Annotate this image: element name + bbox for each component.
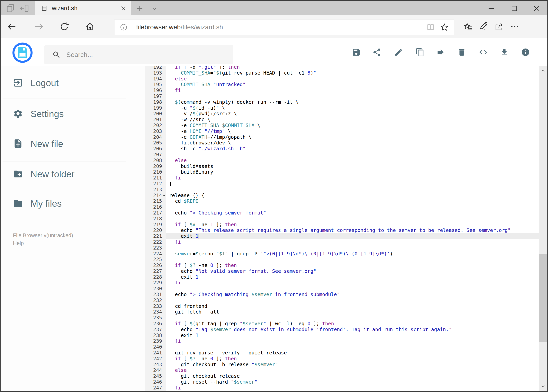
code-line-204[interactable]: 204 -e GOPATH=//tmp/gopath \ xyxy=(145,134,539,140)
scrollbar-thumb[interactable] xyxy=(539,254,547,342)
info-button[interactable] xyxy=(519,45,533,59)
code-line-196[interactable]: 196 fi xyxy=(145,87,539,93)
browser-tab[interactable]: wizard.sh xyxy=(35,1,131,15)
tab-list-chevron-icon[interactable] xyxy=(150,4,159,13)
code-line-233[interactable]: 233 cd frontend xyxy=(145,303,539,309)
code-line-245[interactable]: 245 git checkout release xyxy=(145,373,539,379)
code-line-229[interactable]: 229 fi xyxy=(145,280,539,286)
code-line-214[interactable]: 214release () { xyxy=(145,193,539,198)
hub-favorites-icon[interactable] xyxy=(464,22,473,32)
sidebar-item-my-files[interactable]: My files xyxy=(0,196,138,210)
code-line-213[interactable]: 213 xyxy=(145,187,539,193)
back-icon[interactable] xyxy=(7,21,17,32)
code-line-218[interactable]: 218 xyxy=(145,216,539,222)
new-tab-button[interactable] xyxy=(135,4,144,13)
code-line-231[interactable]: 231 echo "> Checking matching $semver in… xyxy=(145,292,539,297)
code-line-219[interactable]: 219 if [ $# -ne 1 ]; then xyxy=(145,222,539,228)
code-line-226[interactable]: 226 if [ $? -ne 0 ]; then xyxy=(145,262,539,268)
scroll-down-icon[interactable] xyxy=(539,382,548,391)
refresh-icon[interactable] xyxy=(59,21,69,32)
code-line-236[interactable]: 236 if [ $(git tag | grep "$semver" | wc… xyxy=(145,321,539,327)
code-line-241[interactable]: 241 git rev-parse --verify --quiet relea… xyxy=(145,350,539,356)
sidebar-item-logout[interactable]: Logout xyxy=(0,76,138,90)
save-button[interactable] xyxy=(349,45,363,59)
code-line-216[interactable]: 216 xyxy=(145,204,539,210)
code-line-243[interactable]: 243 git checkout -b release "$semver" xyxy=(145,362,539,368)
share-icon[interactable] xyxy=(494,22,504,32)
sidebar-item-settings[interactable]: Settings xyxy=(0,107,138,121)
code-line-223[interactable]: 223 xyxy=(145,245,539,251)
code-line-225[interactable]: 225 xyxy=(145,257,539,262)
code-line-208[interactable]: 208 else xyxy=(145,158,539,163)
code-line-207[interactable]: 207 xyxy=(145,152,539,158)
site-info-icon[interactable] xyxy=(119,23,128,31)
code-line-193[interactable]: 193 COMMIT_SHA="$(git rev-parse HEAD | c… xyxy=(145,70,539,76)
code-line-199[interactable]: 199 -u "$(id -u)" \ xyxy=(145,105,539,111)
rename-button[interactable] xyxy=(391,45,406,59)
search-box[interactable] xyxy=(44,45,233,64)
favorite-star-icon[interactable] xyxy=(440,23,449,32)
code-line-237[interactable]: 237 echo "Tag $semver does not exist in … xyxy=(145,327,539,333)
tabs-aside-icon[interactable] xyxy=(19,3,29,13)
code-line-246[interactable]: 246 git reset --hard "$semver" xyxy=(145,379,539,385)
minimize-button[interactable] xyxy=(486,3,497,13)
page-scrollbar[interactable] xyxy=(539,66,548,391)
code-line-203[interactable]: 203 -e HOME="//tmp" \ xyxy=(145,128,539,134)
help-link[interactable]: Help xyxy=(13,239,73,247)
tab-close-icon[interactable] xyxy=(119,4,127,12)
filebrowser-logo[interactable] xyxy=(12,42,33,63)
copy-button[interactable] xyxy=(413,45,427,59)
code-line-201[interactable]: 201 -w //src \ xyxy=(145,117,539,123)
code-line-200[interactable]: 200 -v /$(pwd):/src:z \ xyxy=(145,111,539,117)
code-line-224[interactable]: 224 semver=$(echo "$1" | grep -P '^v(0|[… xyxy=(145,251,539,257)
move-button[interactable] xyxy=(434,45,448,59)
code-line-235[interactable]: 235 xyxy=(145,315,539,321)
source-editor-button[interactable] xyxy=(476,45,490,59)
sidebar-item-new-folder[interactable]: New folder xyxy=(0,167,138,181)
code-line-198[interactable]: 198 $(command -v winpty) docker run --rm… xyxy=(145,99,539,105)
code-line-197[interactable]: 197 xyxy=(145,93,539,99)
code-line-220[interactable]: 220 echo "This release script requires a… xyxy=(145,227,539,233)
sidebar-item-new-file[interactable]: New file xyxy=(0,137,138,151)
code-line-206[interactable]: 206 sh -c "./wizard.sh -b" xyxy=(145,146,539,152)
fold-marker-icon[interactable] xyxy=(163,195,166,196)
code-line-240[interactable]: 240 xyxy=(145,344,539,350)
forward-icon[interactable] xyxy=(34,21,44,32)
code-line-242[interactable]: 242 if [ $? -ne 0 ]; then xyxy=(145,356,539,362)
close-button[interactable] xyxy=(531,3,542,13)
code-line-202[interactable]: 202 -e COMMIT_SHA=$COMMIT_SHA \ xyxy=(145,123,539,128)
reading-view-icon[interactable] xyxy=(426,23,435,32)
more-icon[interactable] xyxy=(510,22,520,32)
code-line-239[interactable]: 239 fi xyxy=(145,338,539,344)
code-line-227[interactable]: 227 echo "Not valid semver format. See s… xyxy=(145,268,539,274)
code-line-211[interactable]: 211 fi xyxy=(145,175,539,181)
code-line-210[interactable]: 210 buildBinary xyxy=(145,169,539,175)
code-line-238[interactable]: 238 exit 1 xyxy=(145,333,539,338)
download-button[interactable] xyxy=(497,45,511,59)
code-line-221[interactable]: 221 exit 1 xyxy=(145,233,539,239)
code-line-194[interactable]: 194 else xyxy=(145,76,539,82)
code-line-195[interactable]: 195 COMMIT_SHA="untracked" xyxy=(145,82,539,87)
web-note-icon[interactable] xyxy=(479,22,489,32)
code-editor[interactable]: 192 if [ -d ".git" ]; then193 COMMIT_SHA… xyxy=(145,66,539,391)
home-icon[interactable] xyxy=(85,21,95,32)
code-line-215[interactable]: 215 cd $REPO xyxy=(145,198,539,204)
code-line-230[interactable]: 230 xyxy=(145,286,539,292)
code-line-212[interactable]: 212} xyxy=(145,181,539,187)
code-line-205[interactable]: 205 filebrowser/dev \ xyxy=(145,140,539,146)
code-line-247[interactable]: 247 fi xyxy=(145,385,539,391)
tab-preview-icon[interactable] xyxy=(5,3,15,13)
search-input[interactable] xyxy=(66,51,233,59)
url-field[interactable]: filebrowser.web/files/wizard.sh xyxy=(114,20,454,35)
code-line-228[interactable]: 228 exit 1 xyxy=(145,274,539,280)
code-line-192[interactable]: 192 if [ -d ".git" ]; then xyxy=(145,66,539,70)
code-line-232[interactable]: 232 xyxy=(145,297,539,303)
code-line-209[interactable]: 209 buildAssets xyxy=(145,163,539,169)
code-line-244[interactable]: 244 else xyxy=(145,367,539,373)
code-line-217[interactable]: 217 echo "> Checking semver format" xyxy=(145,210,539,216)
delete-button[interactable] xyxy=(455,45,469,59)
maximize-button[interactable] xyxy=(509,3,520,13)
share-button[interactable] xyxy=(370,45,384,59)
code-line-222[interactable]: 222 fi xyxy=(145,239,539,245)
scroll-up-icon[interactable] xyxy=(539,66,548,75)
